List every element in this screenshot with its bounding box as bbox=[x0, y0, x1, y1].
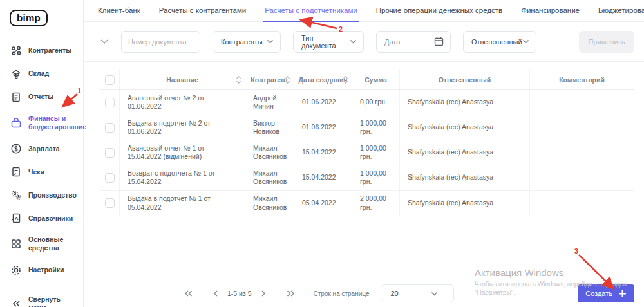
row-checkbox[interactable] bbox=[105, 98, 115, 107]
cell-created: 15.04.2022 bbox=[294, 140, 352, 165]
tab-label: Расчеты с контрагентами bbox=[159, 6, 247, 14]
pagination-bar: 1-5 из 5 Строк на странице 20 bbox=[184, 284, 454, 303]
table-row[interactable]: Возврат с подотчета № 1 от 15.04.2022 Ми… bbox=[100, 165, 634, 191]
tab-label: Финансирование bbox=[521, 6, 580, 14]
brand-logo[interactable]: bimp bbox=[10, 10, 48, 26]
date-field[interactable]: Дата bbox=[376, 31, 451, 53]
rows-per-page-label: Строк на странице bbox=[314, 290, 370, 297]
sidebar-item-checks[interactable]: Чеки bbox=[0, 160, 83, 183]
tab-accountable-settlements[interactable]: Расчеты с подотчетниками bbox=[263, 0, 359, 22]
cell-comment bbox=[530, 140, 634, 165]
document-number-input[interactable] bbox=[122, 32, 200, 52]
create-button[interactable]: Создать bbox=[578, 284, 634, 302]
sort-icon[interactable] bbox=[285, 76, 290, 84]
top-navigation: Клиент-банк Расчеты с контрагентами Расч… bbox=[84, 0, 644, 22]
sidebar-item-label: Справочники bbox=[28, 214, 73, 223]
sidebar-item-directories[interactable]: A Справочники bbox=[0, 207, 83, 230]
table-row[interactable]: Выдача в подотчет № 1 от 05.04.2022 Миха… bbox=[100, 191, 634, 216]
chevron-down-icon bbox=[431, 292, 438, 296]
sidebar-item-salary[interactable]: Зарплата bbox=[0, 137, 83, 160]
cell-amount: 0,00 грн. bbox=[352, 90, 400, 115]
sidebar-item-label: Финансы и бюджетирование bbox=[28, 115, 79, 131]
previous-page-icon[interactable] bbox=[213, 290, 218, 297]
cell-responsible: Shafynskaia (rec) Anastasya bbox=[400, 165, 530, 190]
tab-budgeting[interactable]: Бюджетирование bbox=[597, 0, 644, 22]
cell-created: 01.06.2022 bbox=[294, 90, 352, 115]
create-button-label: Создать bbox=[585, 290, 612, 297]
select-all-checkbox[interactable] bbox=[105, 75, 115, 85]
row-checkbox[interactable] bbox=[105, 123, 115, 133]
tab-other-cash-operations[interactable]: Прочие операции денежных средств bbox=[375, 0, 504, 22]
row-checkbox[interactable] bbox=[105, 198, 115, 208]
sidebar-item-finance[interactable]: Финансы и бюджетирование bbox=[0, 109, 83, 137]
row-checkbox[interactable] bbox=[105, 173, 115, 183]
cell-comment bbox=[530, 115, 634, 140]
counterparties-select[interactable]: Контрагенты bbox=[213, 31, 281, 53]
sidebar-item-production[interactable]: Производство bbox=[0, 183, 83, 207]
directory-icon: A bbox=[10, 212, 22, 224]
column-header-label: Контрагент bbox=[251, 76, 288, 84]
date-placeholder: Дата bbox=[384, 38, 400, 46]
sidebar-item-counterparties[interactable]: Контрагенты bbox=[0, 39, 83, 62]
cell-counterparty: Михаил Овсяников bbox=[245, 165, 294, 190]
app-root: bimp Контрагенты Склад Отчеты bbox=[0, 0, 644, 307]
sidebar-collapse-menu[interactable]: Свернуть меню bbox=[0, 290, 83, 307]
sidebar-item-reports[interactable]: Отчеты bbox=[0, 86, 83, 109]
row-checkbox[interactable] bbox=[105, 148, 115, 158]
cell-counterparty: Виктор Новиков bbox=[245, 115, 294, 140]
table-row[interactable]: Авансовый отчет № 2 от 01.06.2022 Андрей… bbox=[100, 90, 634, 115]
responsible-select[interactable]: Ответственный bbox=[463, 31, 536, 53]
chevron-down-icon bbox=[350, 39, 357, 44]
cell-created: 05.04.2022 bbox=[294, 191, 352, 216]
page-range: 1-5 из 5 bbox=[227, 290, 252, 297]
warehouse-icon bbox=[10, 68, 22, 80]
cell-name: Авансовый отчет № 1 от 15.04.2022 (відмі… bbox=[120, 140, 245, 165]
tab-counterparty-settlements[interactable]: Расчеты с контрагентами bbox=[158, 0, 248, 22]
svg-text:A: A bbox=[15, 216, 19, 221]
next-page-icon[interactable] bbox=[261, 290, 267, 297]
column-header-label: Ответственный bbox=[439, 76, 491, 84]
documents-table: Название Контрагент Дата создания Сумма … bbox=[100, 70, 634, 216]
last-page-icon[interactable] bbox=[286, 290, 296, 297]
sidebar-item-label: Склад bbox=[28, 70, 49, 78]
sort-icon[interactable] bbox=[236, 76, 242, 84]
first-page-icon[interactable] bbox=[184, 290, 193, 297]
table-row[interactable]: Авансовый отчет № 1 от 15.04.2022 (відмі… bbox=[100, 140, 634, 165]
counterparties-select-label: Контрагенты bbox=[221, 38, 263, 46]
rows-per-page-select[interactable]: 20 bbox=[381, 284, 454, 302]
apply-button[interactable]: Применить bbox=[579, 31, 634, 53]
tab-financing[interactable]: Финансирование bbox=[520, 0, 581, 22]
cell-counterparty: Михаил Овсяников bbox=[245, 191, 294, 216]
cell-amount: 2 000,00 грн. bbox=[352, 191, 400, 216]
sidebar-item-fixed-assets[interactable]: Основные средства bbox=[0, 230, 83, 258]
cell-name: Возврат с подотчета № 1 от 15.04.2022 bbox=[120, 165, 245, 190]
column-header-created: Дата создания bbox=[294, 70, 352, 89]
sidebar-item-settings[interactable]: Настройки bbox=[0, 259, 83, 282]
document-type-select-label: Тип документа bbox=[301, 34, 350, 50]
cell-comment bbox=[530, 165, 634, 190]
double-chevron-left-icon bbox=[10, 298, 22, 307]
sidebar-item-warehouse[interactable]: Склад bbox=[0, 62, 83, 86]
sidebar-item-label: Настройки bbox=[28, 266, 64, 274]
cell-comment bbox=[530, 90, 634, 115]
filter-collapse-chevron-icon[interactable] bbox=[100, 39, 109, 44]
cell-created: 01.06.2022 bbox=[294, 115, 352, 140]
report-icon bbox=[10, 91, 22, 103]
cell-name: Выдача в подотчет № 2 от 01.06.2022 bbox=[120, 115, 245, 140]
assets-icon bbox=[10, 238, 22, 250]
network-icon bbox=[10, 45, 22, 57]
tab-label: Клиент-банк bbox=[98, 6, 140, 14]
production-icon bbox=[10, 189, 22, 201]
column-header-label: Дата создания bbox=[299, 76, 348, 84]
cell-amount: 1 000,00 грн. bbox=[352, 165, 400, 190]
document-type-select[interactable]: Тип документа bbox=[293, 31, 364, 53]
table-row[interactable]: Выдача в подотчет № 2 от 01.06.2022 Викт… bbox=[100, 115, 634, 140]
cell-amount: 1 000,00 грн. bbox=[352, 140, 400, 165]
sort-icon[interactable] bbox=[343, 76, 348, 84]
sidebar-collapse-label: Свернуть меню bbox=[28, 295, 79, 307]
column-header-comment: Комментарий bbox=[530, 70, 634, 89]
cell-responsible: Shafynskaia (rec) Anastasya bbox=[400, 115, 530, 140]
sidebar-item-label: Зарплата bbox=[28, 145, 60, 153]
tab-client-bank[interactable]: Клиент-банк bbox=[97, 0, 142, 22]
column-header-label: Название bbox=[166, 76, 198, 84]
